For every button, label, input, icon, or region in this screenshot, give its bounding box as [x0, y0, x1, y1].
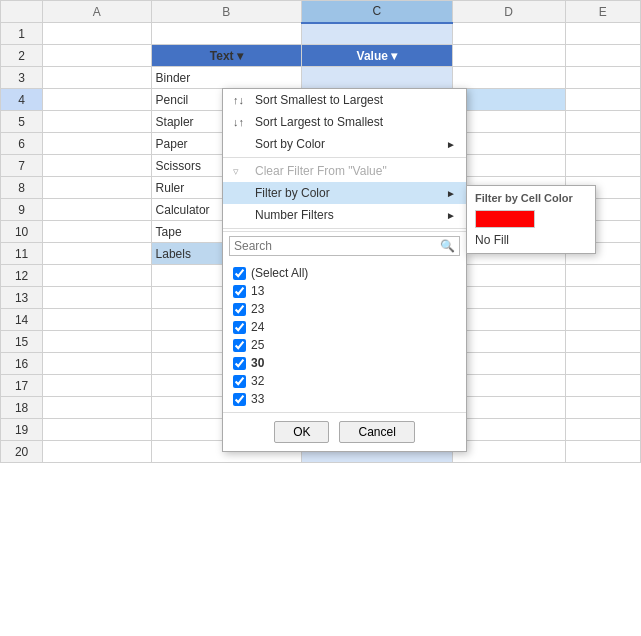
cell-e20[interactable] [565, 441, 640, 463]
cell-d18[interactable] [452, 397, 565, 419]
checkbox-13-input[interactable] [233, 285, 246, 298]
cell-d14[interactable] [452, 309, 565, 331]
cell-d1[interactable] [452, 23, 565, 45]
cell-a6[interactable] [43, 133, 151, 155]
checkbox-30[interactable]: 30 [233, 354, 456, 372]
cell-d16[interactable] [452, 353, 565, 375]
cell-d4[interactable] [452, 89, 565, 111]
filter-by-color-item[interactable]: Filter by Color ► [223, 182, 466, 204]
cell-a9[interactable] [43, 199, 151, 221]
checkbox-32-input[interactable] [233, 375, 246, 388]
cell-d5[interactable] [452, 111, 565, 133]
cell-d7[interactable] [452, 155, 565, 177]
cell-a5[interactable] [43, 111, 151, 133]
search-box: 🔍 [223, 231, 466, 260]
row-num: 18 [1, 397, 43, 419]
cell-b3[interactable]: Binder [151, 67, 302, 89]
row-num: 17 [1, 375, 43, 397]
arrow-icon: ► [446, 139, 456, 150]
cell-a14[interactable] [43, 309, 151, 331]
cell-e14[interactable] [565, 309, 640, 331]
cell-d6[interactable] [452, 133, 565, 155]
cell-e19[interactable] [565, 419, 640, 441]
row-num: 7 [1, 155, 43, 177]
sort-largest-item[interactable]: ↓↑ Sort Largest to Smallest [223, 111, 466, 133]
cell-c2[interactable]: Value ▾ [302, 45, 453, 67]
checkbox-33-input[interactable] [233, 393, 246, 406]
sort-by-color-item[interactable]: Sort by Color ► [223, 133, 466, 155]
filter-cell-color-submenu: Filter by Cell Color No Fill [466, 185, 596, 254]
menu-footer: OK Cancel [223, 412, 466, 451]
cell-e17[interactable] [565, 375, 640, 397]
cell-a7[interactable] [43, 155, 151, 177]
row-num: 10 [1, 221, 43, 243]
cell-a17[interactable] [43, 375, 151, 397]
cell-e4[interactable] [565, 89, 640, 111]
cell-d15[interactable] [452, 331, 565, 353]
cell-a13[interactable] [43, 287, 151, 309]
cell-a15[interactable] [43, 331, 151, 353]
cell-d13[interactable] [452, 287, 565, 309]
cell-a3[interactable] [43, 67, 151, 89]
checkbox-25[interactable]: 25 [233, 336, 456, 354]
cell-e16[interactable] [565, 353, 640, 375]
cell-e6[interactable] [565, 133, 640, 155]
cell-a19[interactable] [43, 419, 151, 441]
checkbox-30-input[interactable] [233, 357, 246, 370]
cell-b2[interactable]: Text ▾ [151, 45, 302, 67]
cell-e1[interactable] [565, 23, 640, 45]
cell-d19[interactable] [452, 419, 565, 441]
cell-e12[interactable] [565, 265, 640, 287]
cell-e3[interactable] [565, 67, 640, 89]
search-input[interactable] [234, 239, 440, 253]
cell-a20[interactable] [43, 441, 151, 463]
checkbox-32[interactable]: 32 [233, 372, 456, 390]
checkbox-13[interactable]: 13 [233, 282, 456, 300]
cell-a16[interactable] [43, 353, 151, 375]
cell-d12[interactable] [452, 265, 565, 287]
checkbox-23[interactable]: 23 [233, 300, 456, 318]
checkbox-label-24: 24 [251, 320, 264, 334]
cell-d2[interactable] [452, 45, 565, 67]
cell-e2[interactable] [565, 45, 640, 67]
checkbox-24-input[interactable] [233, 321, 246, 334]
cell-b1[interactable] [151, 23, 302, 45]
no-fill-label[interactable]: No Fill [475, 233, 587, 247]
cell-c1[interactable] [302, 23, 453, 45]
cell-a2[interactable] [43, 45, 151, 67]
cell-a4[interactable] [43, 89, 151, 111]
sort-asc-icon: ↑↓ [233, 94, 249, 106]
cell-d3[interactable] [452, 67, 565, 89]
cell-a8[interactable] [43, 177, 151, 199]
checkbox-33[interactable]: 33 [233, 390, 456, 408]
checkbox-select-all[interactable]: (Select All) [233, 264, 456, 282]
cell-e15[interactable] [565, 331, 640, 353]
cell-d20[interactable] [452, 441, 565, 463]
checkbox-label-33: 33 [251, 392, 264, 406]
cell-e18[interactable] [565, 397, 640, 419]
cell-d17[interactable] [452, 375, 565, 397]
sort-smallest-item[interactable]: ↑↓ Sort Smallest to Largest [223, 89, 466, 111]
sort-by-color-label: Sort by Color [255, 137, 325, 151]
cell-e7[interactable] [565, 155, 640, 177]
filter-dropdown-menu: ↑↓ Sort Smallest to Largest ↓↑ Sort Larg… [222, 88, 467, 452]
checkbox-25-input[interactable] [233, 339, 246, 352]
cell-a11[interactable] [43, 243, 151, 265]
checkbox-24[interactable]: 24 [233, 318, 456, 336]
cell-e5[interactable] [565, 111, 640, 133]
corner-header [1, 1, 43, 23]
cell-a10[interactable] [43, 221, 151, 243]
ok-button[interactable]: OK [274, 421, 329, 443]
cell-a18[interactable] [43, 397, 151, 419]
cell-e13[interactable] [565, 287, 640, 309]
checkbox-select-all-input[interactable] [233, 267, 246, 280]
checkbox-label-23: 23 [251, 302, 264, 316]
red-color-swatch[interactable] [475, 210, 535, 228]
number-filters-item[interactable]: Number Filters ► [223, 204, 466, 226]
cell-a12[interactable] [43, 265, 151, 287]
cancel-button[interactable]: Cancel [339, 421, 414, 443]
cell-a1[interactable] [43, 23, 151, 45]
menu-divider-1 [223, 157, 466, 158]
cell-c3[interactable] [302, 67, 453, 89]
checkbox-23-input[interactable] [233, 303, 246, 316]
